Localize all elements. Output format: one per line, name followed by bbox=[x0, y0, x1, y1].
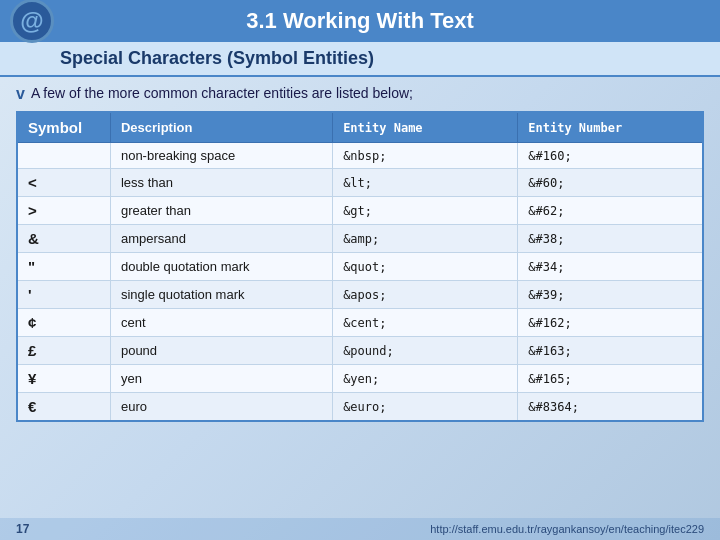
main-title: 3.1 Working With Text bbox=[246, 8, 474, 34]
table-row: €euro&euro;&#8364; bbox=[17, 393, 703, 422]
cell-entity-number: &#60; bbox=[518, 169, 703, 197]
cell-entity-name: &quot; bbox=[333, 253, 518, 281]
content-area: v A few of the more common character ent… bbox=[0, 77, 720, 518]
cell-symbol: " bbox=[17, 253, 110, 281]
cell-symbol: ¥ bbox=[17, 365, 110, 393]
intro-description: A few of the more common character entit… bbox=[31, 85, 413, 101]
cell-description: non-breaking space bbox=[110, 143, 332, 169]
cell-entity-name: &nbsp; bbox=[333, 143, 518, 169]
cell-description: double quotation mark bbox=[110, 253, 332, 281]
intro-text: v A few of the more common character ent… bbox=[16, 85, 704, 103]
table-row: ¥yen&yen;&#165; bbox=[17, 365, 703, 393]
cell-description: euro bbox=[110, 393, 332, 422]
header-bar: @ 3.1 Working With Text bbox=[0, 0, 720, 42]
cell-description: pound bbox=[110, 337, 332, 365]
footer-url: http://staff.emu.edu.tr/raygankansoy/en/… bbox=[430, 523, 704, 535]
table-header-row: Symbol Description Entity Name Entity Nu… bbox=[17, 112, 703, 143]
cell-entity-number: &#62; bbox=[518, 197, 703, 225]
cell-entity-number: &#39; bbox=[518, 281, 703, 309]
col-entity-name: Entity Name bbox=[333, 112, 518, 143]
col-description: Description bbox=[110, 112, 332, 143]
at-icon: @ bbox=[10, 0, 54, 43]
cell-entity-name: &apos; bbox=[333, 281, 518, 309]
cell-symbol: < bbox=[17, 169, 110, 197]
col-entity-number: Entity Number bbox=[518, 112, 703, 143]
cell-description: single quotation mark bbox=[110, 281, 332, 309]
cell-symbol bbox=[17, 143, 110, 169]
cell-entity-name: &yen; bbox=[333, 365, 518, 393]
cell-symbol: ' bbox=[17, 281, 110, 309]
footer: 17 http://staff.emu.edu.tr/raygankansoy/… bbox=[0, 518, 720, 540]
sub-header: Special Characters (Symbol Entities) bbox=[0, 42, 720, 77]
cell-entity-name: &euro; bbox=[333, 393, 518, 422]
cell-entity-number: &#165; bbox=[518, 365, 703, 393]
character-entities-table: Symbol Description Entity Name Entity Nu… bbox=[16, 111, 704, 422]
cell-entity-number: &#162; bbox=[518, 309, 703, 337]
cell-description: less than bbox=[110, 169, 332, 197]
cell-symbol: & bbox=[17, 225, 110, 253]
cell-symbol: £ bbox=[17, 337, 110, 365]
table-row: &ampersand&amp;&#38; bbox=[17, 225, 703, 253]
cell-entity-number: &#34; bbox=[518, 253, 703, 281]
cell-symbol: > bbox=[17, 197, 110, 225]
slide: @ 3.1 Working With Text Special Characte… bbox=[0, 0, 720, 540]
table-row: "double quotation mark&quot;&#34; bbox=[17, 253, 703, 281]
table-row: £pound&pound;&#163; bbox=[17, 337, 703, 365]
cell-entity-name: &amp; bbox=[333, 225, 518, 253]
sub-title: Special Characters (Symbol Entities) bbox=[60, 48, 374, 68]
table-row: 'single quotation mark&apos;&#39; bbox=[17, 281, 703, 309]
cell-symbol: € bbox=[17, 393, 110, 422]
slide-number: 17 bbox=[16, 522, 29, 536]
cell-entity-number: &#160; bbox=[518, 143, 703, 169]
table-row: ¢cent&cent;&#162; bbox=[17, 309, 703, 337]
table-row: non-breaking space&nbsp;&#160; bbox=[17, 143, 703, 169]
bullet: v bbox=[16, 85, 25, 103]
cell-entity-name: &lt; bbox=[333, 169, 518, 197]
cell-description: cent bbox=[110, 309, 332, 337]
cell-entity-name: &pound; bbox=[333, 337, 518, 365]
cell-entity-name: &gt; bbox=[333, 197, 518, 225]
cell-description: greater than bbox=[110, 197, 332, 225]
table-row: <less than&lt;&#60; bbox=[17, 169, 703, 197]
cell-symbol: ¢ bbox=[17, 309, 110, 337]
cell-entity-number: &#38; bbox=[518, 225, 703, 253]
col-symbol: Symbol bbox=[17, 112, 110, 143]
cell-entity-number: &#163; bbox=[518, 337, 703, 365]
cell-entity-name: &cent; bbox=[333, 309, 518, 337]
cell-description: yen bbox=[110, 365, 332, 393]
cell-entity-number: &#8364; bbox=[518, 393, 703, 422]
table-row: >greater than&gt;&#62; bbox=[17, 197, 703, 225]
cell-description: ampersand bbox=[110, 225, 332, 253]
